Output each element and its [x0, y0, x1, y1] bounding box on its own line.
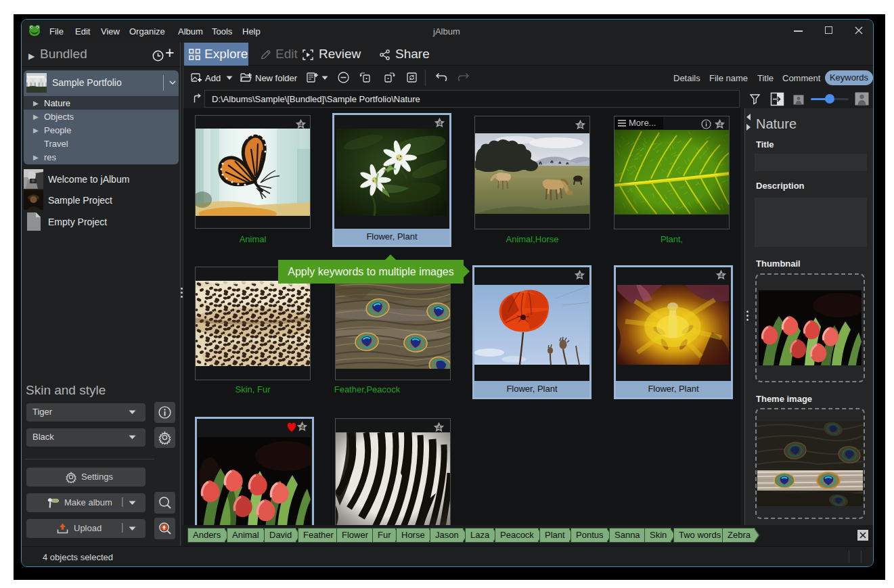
svg-text:4: 4 [719, 272, 723, 279]
svg-text:4: 4 [437, 424, 441, 431]
svg-text:4: 4 [300, 424, 305, 430]
svg-text:4: 4 [299, 121, 303, 128]
svg-text:4: 4 [718, 121, 722, 128]
svg-text:4: 4 [578, 272, 582, 279]
svg-text:4: 4 [579, 122, 583, 129]
svg-text:4: 4 [438, 120, 442, 127]
